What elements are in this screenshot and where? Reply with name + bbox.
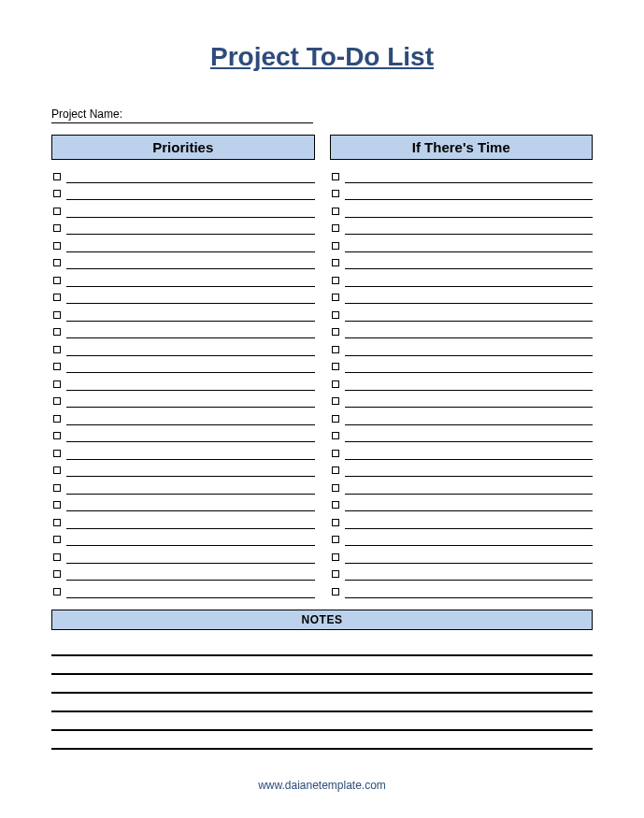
if-time-item-text[interactable] bbox=[345, 183, 594, 201]
if-time-item-text[interactable] bbox=[345, 373, 594, 391]
if-time-item-text[interactable] bbox=[345, 338, 594, 356]
note-line[interactable] bbox=[51, 638, 593, 656]
checkbox-icon[interactable] bbox=[332, 173, 339, 180]
note-line[interactable] bbox=[51, 712, 593, 731]
if-time-item-text[interactable] bbox=[345, 460, 594, 478]
checkbox-icon[interactable] bbox=[332, 224, 339, 232]
priorities-item-text[interactable] bbox=[66, 304, 315, 322]
checkbox-icon[interactable] bbox=[332, 380, 339, 388]
checkbox-icon[interactable] bbox=[53, 277, 61, 284]
checkbox-icon[interactable] bbox=[53, 570, 61, 578]
priorities-item-text[interactable] bbox=[66, 442, 315, 460]
if-time-item-text[interactable] bbox=[345, 425, 594, 443]
checkbox-icon[interactable] bbox=[53, 397, 61, 405]
checkbox-icon[interactable] bbox=[332, 484, 339, 492]
if-time-item-text[interactable] bbox=[345, 408, 594, 425]
if-time-item-text[interactable] bbox=[345, 235, 594, 252]
if-time-item-text[interactable] bbox=[345, 564, 594, 581]
checkbox-icon[interactable] bbox=[53, 450, 61, 457]
note-line[interactable] bbox=[51, 656, 593, 675]
if-time-item-text[interactable] bbox=[345, 218, 594, 236]
checkbox-icon[interactable] bbox=[53, 466, 61, 474]
checkbox-icon[interactable] bbox=[332, 415, 339, 423]
checkbox-icon[interactable] bbox=[332, 519, 339, 526]
if-time-item-text[interactable] bbox=[345, 581, 594, 598]
checkbox-icon[interactable] bbox=[332, 242, 339, 250]
if-time-item-text[interactable] bbox=[345, 356, 594, 374]
priorities-item-text[interactable] bbox=[66, 564, 315, 581]
checkbox-icon[interactable] bbox=[332, 208, 339, 215]
checkbox-icon[interactable] bbox=[332, 588, 339, 596]
if-time-item-text[interactable] bbox=[345, 391, 594, 409]
priorities-item-text[interactable] bbox=[66, 356, 315, 374]
priorities-item-text[interactable] bbox=[66, 529, 315, 547]
checkbox-icon[interactable] bbox=[53, 173, 61, 180]
checkbox-icon[interactable] bbox=[332, 328, 339, 336]
checkbox-icon[interactable] bbox=[53, 415, 61, 423]
priorities-item-text[interactable] bbox=[66, 373, 315, 391]
if-time-item-text[interactable] bbox=[345, 495, 594, 512]
priorities-item-text[interactable] bbox=[66, 183, 315, 201]
priorities-item-text[interactable] bbox=[66, 425, 315, 443]
priorities-item-text[interactable] bbox=[66, 322, 315, 339]
if-time-item-text[interactable] bbox=[345, 546, 594, 564]
checkbox-icon[interactable] bbox=[332, 294, 339, 301]
checkbox-icon[interactable] bbox=[53, 190, 61, 197]
checkbox-icon[interactable] bbox=[332, 450, 339, 457]
checkbox-icon[interactable] bbox=[332, 553, 339, 561]
if-time-item-text[interactable] bbox=[345, 529, 594, 547]
priorities-item-text[interactable] bbox=[66, 269, 315, 287]
checkbox-icon[interactable] bbox=[53, 224, 61, 232]
priorities-item-text[interactable] bbox=[66, 252, 315, 270]
checkbox-icon[interactable] bbox=[53, 259, 61, 266]
priorities-item-text[interactable] bbox=[66, 460, 315, 478]
note-line[interactable] bbox=[51, 731, 593, 750]
if-time-item-text[interactable] bbox=[345, 322, 594, 339]
checkbox-icon[interactable] bbox=[53, 294, 61, 301]
checkbox-icon[interactable] bbox=[332, 570, 339, 578]
priorities-item-text[interactable] bbox=[66, 581, 315, 598]
checkbox-icon[interactable] bbox=[53, 432, 61, 439]
checkbox-icon[interactable] bbox=[53, 346, 61, 353]
checkbox-icon[interactable] bbox=[332, 397, 339, 405]
checkbox-icon[interactable] bbox=[53, 242, 61, 250]
note-line[interactable] bbox=[51, 694, 593, 712]
checkbox-icon[interactable] bbox=[332, 190, 339, 197]
priorities-item-text[interactable] bbox=[66, 511, 315, 529]
priorities-item-text[interactable] bbox=[66, 235, 315, 252]
checkbox-icon[interactable] bbox=[53, 328, 61, 336]
checkbox-icon[interactable] bbox=[53, 588, 61, 596]
if-time-item-text[interactable] bbox=[345, 442, 594, 460]
priorities-item-text[interactable] bbox=[66, 495, 315, 512]
priorities-item-text[interactable] bbox=[66, 391, 315, 409]
checkbox-icon[interactable] bbox=[53, 536, 61, 543]
checkbox-icon[interactable] bbox=[332, 259, 339, 266]
checkbox-icon[interactable] bbox=[332, 363, 339, 370]
if-time-item-text[interactable] bbox=[345, 165, 594, 183]
checkbox-icon[interactable] bbox=[332, 346, 339, 353]
checkbox-icon[interactable] bbox=[53, 501, 61, 509]
checkbox-icon[interactable] bbox=[332, 277, 339, 284]
project-name-field[interactable]: Project Name: bbox=[51, 108, 313, 123]
priorities-item-text[interactable] bbox=[66, 218, 315, 236]
if-time-item-text[interactable] bbox=[345, 200, 594, 218]
checkbox-icon[interactable] bbox=[53, 519, 61, 526]
if-time-item-text[interactable] bbox=[345, 287, 594, 305]
priorities-item-text[interactable] bbox=[66, 338, 315, 356]
if-time-item-text[interactable] bbox=[345, 477, 594, 495]
if-time-item-text[interactable] bbox=[345, 269, 594, 287]
priorities-item-text[interactable] bbox=[66, 546, 315, 564]
checkbox-icon[interactable] bbox=[332, 466, 339, 474]
priorities-item-text[interactable] bbox=[66, 408, 315, 425]
priorities-item-text[interactable] bbox=[66, 200, 315, 218]
priorities-item-text[interactable] bbox=[66, 287, 315, 305]
checkbox-icon[interactable] bbox=[53, 208, 61, 215]
if-time-item-text[interactable] bbox=[345, 252, 594, 270]
note-line[interactable] bbox=[51, 675, 593, 694]
checkbox-icon[interactable] bbox=[53, 363, 61, 370]
if-time-item-text[interactable] bbox=[345, 511, 594, 529]
checkbox-icon[interactable] bbox=[332, 432, 339, 439]
checkbox-icon[interactable] bbox=[53, 380, 61, 388]
checkbox-icon[interactable] bbox=[332, 536, 339, 543]
checkbox-icon[interactable] bbox=[53, 311, 61, 319]
